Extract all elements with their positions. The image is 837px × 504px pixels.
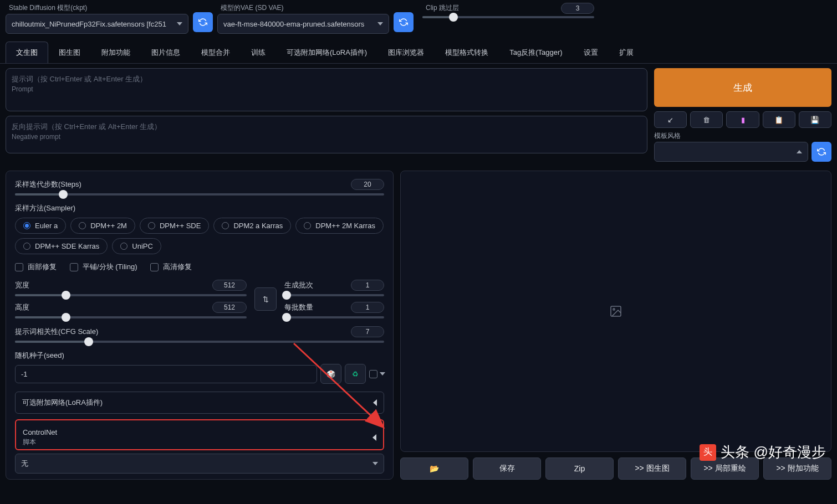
styles-button[interactable]: ▮ <box>726 111 759 128</box>
sampler-row: 采样方法(Sampler) Euler a DPM++ 2M DPM++ SDE… <box>15 203 384 254</box>
sampler-option-1[interactable]: DPM++ 2M <box>70 218 135 234</box>
send-img2img-button[interactable]: >> 图生图 <box>618 457 686 480</box>
batch-count-value[interactable]: 1 <box>351 280 384 291</box>
tab-merge[interactable]: 模型合并 <box>191 42 241 63</box>
card-icon: ▮ <box>741 116 745 124</box>
batch-size-value[interactable]: 1 <box>351 302 384 313</box>
params-panel: 采样迭代步数(Steps) 20 采样方法(Sampler) Euler a D… <box>6 171 394 480</box>
face-restore-checkbox[interactable]: 面部修复 <box>15 262 57 272</box>
seed-input[interactable]: -1 <box>15 365 317 383</box>
width-slider[interactable] <box>15 294 247 296</box>
trash-icon: 🗑 <box>703 116 710 124</box>
triangle-up-icon <box>797 150 802 153</box>
height-slider[interactable] <box>15 316 247 318</box>
steps-value[interactable]: 20 <box>351 179 384 190</box>
height-value[interactable]: 512 <box>212 302 247 313</box>
sampler-option-0[interactable]: Euler a <box>15 218 66 234</box>
tab-train[interactable]: 训练 <box>241 42 276 63</box>
swap-icon: ⇅ <box>263 295 269 304</box>
dimensions-row: 宽度 512 高度 512 ⇅ <box>15 280 384 318</box>
folder-icon: 📂 <box>430 464 439 473</box>
seed-label: 随机种子(seed) <box>15 351 384 361</box>
refresh-ckpt-button[interactable] <box>193 12 213 32</box>
width-label: 宽度 <box>15 280 29 290</box>
sampler-option-5[interactable]: DPM++ SDE Karras <box>15 238 108 254</box>
svg-point-1 <box>613 308 615 310</box>
clipskip-slider[interactable] <box>422 16 594 18</box>
prompt-input[interactable]: 提示词（按 Ctrl+Enter 或 Alt+Enter 生成） Prompt <box>6 68 647 111</box>
dice-icon: 🎲 <box>326 370 335 378</box>
negative-prompt-input[interactable]: 反向提示词（按 Ctrl+Enter 或 Alt+Enter 生成） Negat… <box>6 116 647 153</box>
watermark-text: 头条 @好奇漫步 <box>721 443 826 462</box>
tab-txt2img[interactable]: 文生图 <box>6 42 48 63</box>
tab-gallery[interactable]: 图库浏览器 <box>377 42 435 63</box>
zip-button[interactable]: Zip <box>545 457 614 480</box>
refresh-vae-button[interactable] <box>394 12 414 32</box>
batch-size-slider[interactable] <box>284 316 384 318</box>
chevron-down-icon <box>372 462 378 465</box>
quick-actions: ↙ 🗑 ▮ 📋 💾 <box>654 111 831 128</box>
image-placeholder-icon <box>609 305 622 318</box>
sampler-option-2[interactable]: DPM++ SDE <box>140 218 209 234</box>
tab-pnginfo[interactable]: 图片信息 <box>141 42 191 63</box>
controlnet-accordion[interactable]: ControlNet 脚本 <box>15 419 384 450</box>
tab-img2img[interactable]: 图生图 <box>48 42 91 63</box>
script-value: 无 <box>21 459 28 469</box>
cfg-label: 提示词相关性(CFG Scale) <box>15 327 98 337</box>
open-folder-button[interactable]: 📂 <box>400 457 468 480</box>
save-icon: 💾 <box>810 116 819 124</box>
refresh-styles-button[interactable] <box>812 142 831 162</box>
read-last-params-button[interactable]: ↙ <box>654 111 687 128</box>
tab-settings[interactable]: 设置 <box>573 42 609 63</box>
ckpt-group: Stable Diffusion 模型(ckpt) chilloutmix_Ni… <box>6 2 188 34</box>
vae-group: 模型的VAE (SD VAE) vae-ft-mse-840000-ema-pr… <box>217 2 389 34</box>
save-button[interactable]: 保存 <box>473 457 541 480</box>
random-seed-button[interactable]: 🎲 <box>320 364 341 384</box>
save-style-button[interactable]: 💾 <box>799 111 831 128</box>
cfg-slider[interactable] <box>15 341 384 343</box>
clipskip-group: Clip 跳过层 3 <box>422 2 594 18</box>
tab-extensions[interactable]: 扩展 <box>609 42 644 63</box>
clipskip-label: Clip 跳过层 <box>422 2 462 14</box>
generate-button[interactable]: 生成 <box>654 68 831 107</box>
content-row: 采样迭代步数(Steps) 20 采样方法(Sampler) Euler a D… <box>0 171 837 480</box>
ckpt-label: Stable Diffusion 模型(ckpt) <box>6 2 188 14</box>
steps-slider[interactable] <box>15 193 384 196</box>
tab-lora[interactable]: 可选附加网络(LoRA插件) <box>276 42 377 63</box>
ckpt-value: chilloutmix_NiPrunedFp32Fix.safetensors … <box>12 20 166 28</box>
tiling-checkbox[interactable]: 平铺/分块 (Tiling) <box>70 262 137 272</box>
clipskip-value[interactable]: 3 <box>561 3 594 14</box>
reuse-seed-button[interactable]: ♻ <box>345 364 366 384</box>
neg-prompt-placeholder-cn: 反向提示词（按 Ctrl+Enter 或 Alt+Enter 生成） <box>12 122 641 132</box>
tab-convert[interactable]: 模型格式转换 <box>435 42 499 63</box>
seed-row: 随机种子(seed) -1 🎲 ♻ <box>15 351 384 384</box>
checkboxes-row: 面部修复 平铺/分块 (Tiling) 高清修复 <box>15 262 384 272</box>
style-select-wrap: 模板风格 <box>654 131 808 162</box>
sampler-option-6[interactable]: UniPC <box>112 238 161 254</box>
refresh-icon <box>399 18 408 27</box>
tab-tagger[interactable]: Tag反推(Tagger) <box>499 42 573 63</box>
hires-checkbox[interactable]: 高清修复 <box>150 262 192 272</box>
style-row: 模板风格 <box>654 131 831 162</box>
batch-size-label: 每批数量 <box>284 302 313 312</box>
refresh-icon <box>817 147 826 156</box>
prompt-placeholder-en: Prompt <box>12 85 641 93</box>
script-select[interactable]: 无 <box>15 454 384 474</box>
lora-accordion[interactable]: 可选附加网络(LoRA插件) <box>15 392 384 414</box>
width-value[interactable]: 512 <box>212 280 247 291</box>
swap-dimensions-button[interactable]: ⇅ <box>254 287 277 311</box>
extra-seed-checkbox[interactable] <box>369 370 377 378</box>
paste-button[interactable]: 📋 <box>763 111 795 128</box>
cfg-value[interactable]: 7 <box>351 326 384 337</box>
ckpt-select[interactable]: chilloutmix_NiPrunedFp32Fix.safetensors … <box>6 14 188 34</box>
sampler-option-3[interactable]: DPM2 a Karras <box>213 218 291 234</box>
clear-button[interactable]: 🗑 <box>690 111 723 128</box>
vae-select[interactable]: vae-ft-mse-840000-ema-pruned.safetensors <box>217 14 389 34</box>
vae-label: 模型的VAE (SD VAE) <box>217 2 389 14</box>
batch-count-slider[interactable] <box>284 294 384 296</box>
sampler-option-4[interactable]: DPM++ 2M Karras <box>295 218 384 234</box>
lora-label: 可选附加网络(LoRA插件) <box>22 398 103 408</box>
tab-extras[interactable]: 附加功能 <box>91 42 141 63</box>
style-select[interactable] <box>654 142 808 162</box>
refresh-icon <box>198 18 207 27</box>
